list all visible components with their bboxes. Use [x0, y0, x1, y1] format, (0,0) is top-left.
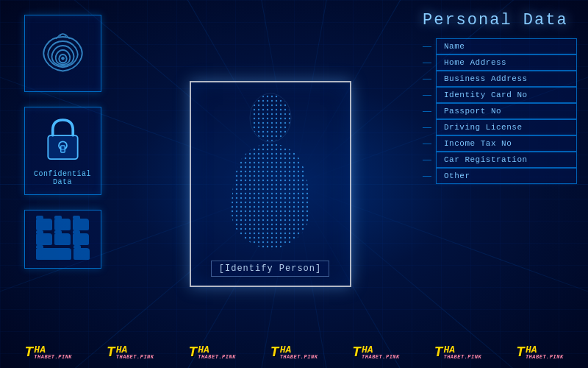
field-row-home-address: Home Address [423, 54, 577, 71]
left-panel: Confidential Data [0, 0, 125, 368]
watermark-wm6: T HA THABET.PINK [434, 344, 481, 361]
field-row-other: Other [423, 168, 577, 184]
watermark-wm2: T HA THABET.PINK [107, 344, 154, 361]
watermarks-bar: T HA THABET.PINK T HA THABET.PINK T HA T… [0, 344, 588, 361]
field-row-car-registration: Car Registration [423, 152, 577, 168]
person-silhouette: // Generate dots pattern [208, 90, 333, 263]
field-connector [423, 127, 431, 128]
folder-icon-3 [73, 219, 89, 230]
field-name[interactable]: Name [436, 38, 577, 54]
field-passport[interactable]: Passport No [436, 103, 577, 119]
wm-ha: HA [34, 345, 72, 355]
wm-sub: THABET.PINK [198, 355, 236, 360]
wm-sub: THABET.PINK [362, 355, 400, 360]
field-driving-license[interactable]: Driving License [436, 119, 577, 135]
watermark-wm4: T HA THABET.PINK [270, 344, 318, 361]
folder-icon-8 [74, 248, 90, 260]
wm-sub: THABET.PINK [34, 355, 72, 360]
watermark-wm7: T HA THABET.PINK [516, 344, 564, 361]
folder-icon-1 [36, 219, 52, 230]
field-income-tax[interactable]: Income Tax No [436, 135, 577, 152]
folder-icon-6 [73, 233, 89, 245]
wm-sub: THABET.PINK [526, 355, 564, 360]
folder-icon-5 [54, 233, 71, 245]
field-business-address[interactable]: Business Address [436, 71, 577, 87]
fingerprint-icon [35, 26, 90, 81]
field-row-driving-license: Driving License [423, 119, 577, 135]
wm-t: T [352, 344, 361, 361]
field-row-identity-card: Identity Card No [423, 87, 577, 103]
fingerprint-box [24, 15, 101, 92]
folders-box [24, 210, 101, 269]
wm-sub: THABET.PINK [443, 355, 481, 360]
field-identity-card[interactable]: Identity Card No [436, 87, 577, 103]
right-panel: Personal Data NameHome AddressBusiness A… [415, 0, 588, 368]
wm-ha: HA [116, 345, 154, 355]
folder-icon-2 [54, 219, 71, 230]
watermarks-container: T HA THABET.PINK T HA THABET.PINK T HA T… [7, 344, 581, 361]
wm-t: T [434, 344, 442, 361]
watermark-wm5: T HA THABET.PINK [352, 344, 400, 361]
identify-label: [Identify Person] [211, 261, 329, 277]
field-car-registration[interactable]: Car Registration [436, 152, 577, 168]
watermark-wm3: T HA THABET.PINK [188, 344, 236, 361]
wm-ha: HA [362, 345, 400, 355]
confidential-label: Confidential Data [25, 170, 101, 186]
wm-t: T [516, 344, 525, 361]
field-connector [423, 160, 431, 160]
svg-point-0 [61, 57, 65, 60]
lock-icon [43, 116, 83, 164]
folder-row-2 [36, 233, 89, 245]
field-connector [423, 176, 431, 177]
wm-t: T [188, 344, 197, 361]
folder-row-1 [36, 219, 89, 230]
field-row-name: Name [423, 38, 577, 54]
wm-sub: THABET.PINK [280, 355, 318, 360]
field-home-address[interactable]: Home Address [436, 54, 577, 71]
wm-t: T [270, 344, 279, 361]
watermark-wm1: T HA THABET.PINK [24, 344, 72, 361]
field-row-business-address: Business Address [423, 71, 577, 87]
personal-data-title: Personal Data [423, 11, 577, 29]
field-connector [423, 95, 431, 96]
field-connector [423, 79, 431, 79]
wm-ha: HA [198, 345, 236, 355]
folder-row-3 [36, 248, 90, 260]
id-card: // Generate dots pattern [190, 81, 351, 287]
center-panel: // Generate dots pattern [125, 0, 415, 368]
fields-container: NameHome AddressBusiness AddressIdentity… [423, 38, 577, 184]
svg-rect-9 [208, 90, 333, 263]
field-connector [423, 63, 431, 63]
wm-ha: HA [526, 345, 564, 355]
wm-ha: HA [280, 345, 318, 355]
field-connector [423, 46, 431, 47]
svg-rect-3 [60, 145, 65, 152]
field-other[interactable]: Other [436, 168, 577, 184]
wm-t: T [107, 344, 115, 361]
field-row-income-tax: Income Tax No [423, 135, 577, 152]
field-connector [423, 144, 431, 144]
lock-box: Confidential Data [24, 107, 101, 195]
field-row-passport: Passport No [423, 103, 577, 119]
field-connector [423, 111, 431, 112]
folder-icon-4 [36, 233, 52, 245]
wm-t: T [24, 344, 33, 361]
wm-sub: THABET.PINK [116, 355, 154, 360]
wm-ha: HA [443, 345, 481, 355]
main-content: Confidential Data [0, 0, 588, 368]
folder-icon-7 [36, 248, 71, 260]
